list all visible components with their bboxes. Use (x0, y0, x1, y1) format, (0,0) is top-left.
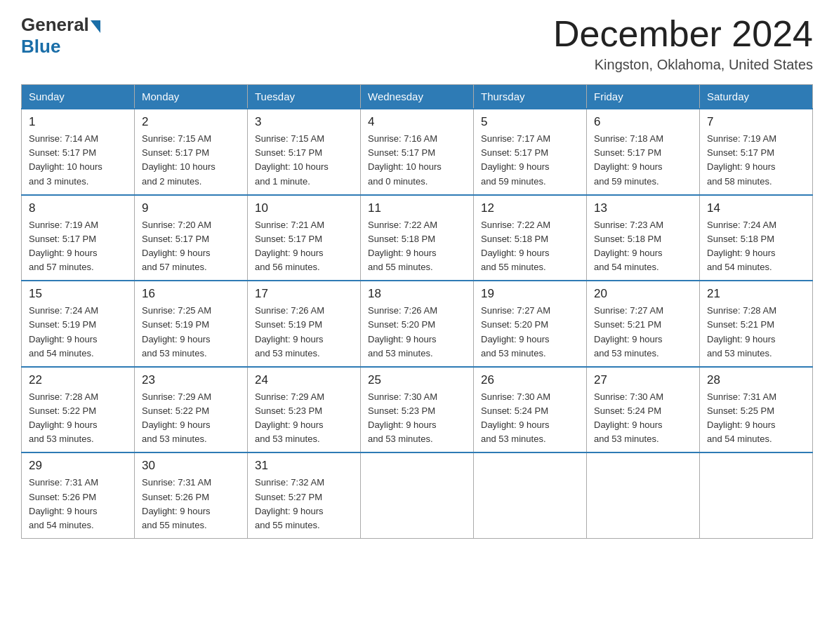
day-info: Sunrise: 7:30 AM Sunset: 5:24 PM Dayligh… (594, 390, 692, 447)
day-info: Sunrise: 7:22 AM Sunset: 5:18 PM Dayligh… (481, 218, 579, 275)
column-header-sunday: Sunday (22, 85, 135, 109)
logo-general-text: General (21, 14, 89, 36)
logo-blue-text: Blue (21, 36, 60, 58)
day-info: Sunrise: 7:30 AM Sunset: 5:24 PM Dayligh… (481, 390, 579, 447)
logo-arrow-icon (91, 20, 100, 33)
calendar-cell: 2Sunrise: 7:15 AM Sunset: 5:17 PM Daylig… (135, 109, 248, 195)
day-number: 10 (255, 201, 353, 215)
day-info: Sunrise: 7:30 AM Sunset: 5:23 PM Dayligh… (368, 390, 466, 447)
day-info: Sunrise: 7:15 AM Sunset: 5:17 PM Dayligh… (255, 132, 353, 189)
calendar-cell (700, 452, 813, 538)
day-number: 23 (142, 373, 240, 387)
day-number: 8 (29, 201, 127, 215)
day-info: Sunrise: 7:17 AM Sunset: 5:17 PM Dayligh… (481, 132, 579, 189)
calendar-cell: 26Sunrise: 7:30 AM Sunset: 5:24 PM Dayli… (474, 367, 587, 453)
column-header-friday: Friday (587, 85, 700, 109)
week-row-2: 8Sunrise: 7:19 AM Sunset: 5:17 PM Daylig… (22, 195, 813, 281)
day-info: Sunrise: 7:31 AM Sunset: 5:25 PM Dayligh… (707, 390, 805, 447)
day-number: 5 (481, 115, 579, 129)
calendar-cell: 29Sunrise: 7:31 AM Sunset: 5:26 PM Dayli… (22, 452, 135, 538)
column-header-monday: Monday (135, 85, 248, 109)
day-number: 1 (29, 115, 127, 129)
month-title: December 2024 (553, 14, 813, 54)
logo: General Blue (21, 14, 100, 58)
calendar-cell: 21Sunrise: 7:28 AM Sunset: 5:21 PM Dayli… (700, 281, 813, 367)
column-header-saturday: Saturday (700, 85, 813, 109)
day-info: Sunrise: 7:22 AM Sunset: 5:18 PM Dayligh… (368, 218, 466, 275)
day-info: Sunrise: 7:16 AM Sunset: 5:17 PM Dayligh… (368, 132, 466, 189)
column-header-thursday: Thursday (474, 85, 587, 109)
calendar-cell: 24Sunrise: 7:29 AM Sunset: 5:23 PM Dayli… (248, 367, 361, 453)
calendar-cell: 5Sunrise: 7:17 AM Sunset: 5:17 PM Daylig… (474, 109, 587, 195)
day-number: 28 (707, 373, 805, 387)
calendar-cell: 15Sunrise: 7:24 AM Sunset: 5:19 PM Dayli… (22, 281, 135, 367)
calendar-cell: 9Sunrise: 7:20 AM Sunset: 5:17 PM Daylig… (135, 195, 248, 281)
calendar-cell: 14Sunrise: 7:24 AM Sunset: 5:18 PM Dayli… (700, 195, 813, 281)
day-info: Sunrise: 7:31 AM Sunset: 5:26 PM Dayligh… (29, 476, 127, 532)
day-number: 29 (29, 459, 127, 473)
calendar-cell (361, 452, 474, 538)
calendar-cell: 4Sunrise: 7:16 AM Sunset: 5:17 PM Daylig… (361, 109, 474, 195)
calendar-cell: 7Sunrise: 7:19 AM Sunset: 5:17 PM Daylig… (700, 109, 813, 195)
day-number: 3 (255, 115, 353, 129)
day-info: Sunrise: 7:23 AM Sunset: 5:18 PM Dayligh… (594, 218, 692, 275)
day-info: Sunrise: 7:28 AM Sunset: 5:21 PM Dayligh… (707, 304, 805, 361)
day-number: 25 (368, 373, 466, 387)
day-info: Sunrise: 7:27 AM Sunset: 5:21 PM Dayligh… (594, 304, 692, 361)
calendar-cell: 28Sunrise: 7:31 AM Sunset: 5:25 PM Dayli… (700, 367, 813, 453)
day-number: 14 (707, 201, 805, 215)
day-number: 19 (481, 287, 579, 301)
day-info: Sunrise: 7:19 AM Sunset: 5:17 PM Dayligh… (707, 132, 805, 189)
week-row-4: 22Sunrise: 7:28 AM Sunset: 5:22 PM Dayli… (22, 367, 813, 453)
calendar-cell: 19Sunrise: 7:27 AM Sunset: 5:20 PM Dayli… (474, 281, 587, 367)
day-info: Sunrise: 7:18 AM Sunset: 5:17 PM Dayligh… (594, 132, 692, 189)
calendar-cell: 12Sunrise: 7:22 AM Sunset: 5:18 PM Dayli… (474, 195, 587, 281)
calendar-cell: 1Sunrise: 7:14 AM Sunset: 5:17 PM Daylig… (22, 109, 135, 195)
calendar-cell (587, 452, 700, 538)
day-number: 22 (29, 373, 127, 387)
calendar-cell: 31Sunrise: 7:32 AM Sunset: 5:27 PM Dayli… (248, 452, 361, 538)
calendar-cell: 23Sunrise: 7:29 AM Sunset: 5:22 PM Dayli… (135, 367, 248, 453)
day-number: 30 (142, 459, 240, 473)
calendar-cell: 30Sunrise: 7:31 AM Sunset: 5:26 PM Dayli… (135, 452, 248, 538)
calendar-cell: 6Sunrise: 7:18 AM Sunset: 5:17 PM Daylig… (587, 109, 700, 195)
day-info: Sunrise: 7:26 AM Sunset: 5:19 PM Dayligh… (255, 304, 353, 361)
calendar-cell: 20Sunrise: 7:27 AM Sunset: 5:21 PM Dayli… (587, 281, 700, 367)
calendar-cell (474, 452, 587, 538)
day-number: 24 (255, 373, 353, 387)
day-info: Sunrise: 7:32 AM Sunset: 5:27 PM Dayligh… (255, 476, 353, 532)
calendar-cell: 27Sunrise: 7:30 AM Sunset: 5:24 PM Dayli… (587, 367, 700, 453)
day-info: Sunrise: 7:21 AM Sunset: 5:17 PM Dayligh… (255, 218, 353, 275)
day-number: 18 (368, 287, 466, 301)
day-number: 31 (255, 459, 353, 473)
location-title: Kingston, Oklahoma, United States (553, 57, 813, 73)
calendar-cell: 3Sunrise: 7:15 AM Sunset: 5:17 PM Daylig… (248, 109, 361, 195)
calendar-cell: 11Sunrise: 7:22 AM Sunset: 5:18 PM Dayli… (361, 195, 474, 281)
day-number: 27 (594, 373, 692, 387)
day-info: Sunrise: 7:15 AM Sunset: 5:17 PM Dayligh… (142, 132, 240, 189)
week-row-5: 29Sunrise: 7:31 AM Sunset: 5:26 PM Dayli… (22, 452, 813, 538)
calendar-cell: 17Sunrise: 7:26 AM Sunset: 5:19 PM Dayli… (248, 281, 361, 367)
day-info: Sunrise: 7:25 AM Sunset: 5:19 PM Dayligh… (142, 304, 240, 361)
column-header-wednesday: Wednesday (361, 85, 474, 109)
day-number: 16 (142, 287, 240, 301)
day-info: Sunrise: 7:29 AM Sunset: 5:23 PM Dayligh… (255, 390, 353, 447)
day-info: Sunrise: 7:26 AM Sunset: 5:20 PM Dayligh… (368, 304, 466, 361)
calendar-table: SundayMondayTuesdayWednesdayThursdayFrid… (21, 84, 813, 539)
calendar-cell: 10Sunrise: 7:21 AM Sunset: 5:17 PM Dayli… (248, 195, 361, 281)
calendar-cell: 13Sunrise: 7:23 AM Sunset: 5:18 PM Dayli… (587, 195, 700, 281)
day-info: Sunrise: 7:20 AM Sunset: 5:17 PM Dayligh… (142, 218, 240, 275)
day-info: Sunrise: 7:28 AM Sunset: 5:22 PM Dayligh… (29, 390, 127, 447)
day-number: 2 (142, 115, 240, 129)
day-info: Sunrise: 7:24 AM Sunset: 5:19 PM Dayligh… (29, 304, 127, 361)
day-info: Sunrise: 7:31 AM Sunset: 5:26 PM Dayligh… (142, 476, 240, 532)
day-number: 4 (368, 115, 466, 129)
calendar-cell: 18Sunrise: 7:26 AM Sunset: 5:20 PM Dayli… (361, 281, 474, 367)
day-info: Sunrise: 7:24 AM Sunset: 5:18 PM Dayligh… (707, 218, 805, 275)
day-number: 26 (481, 373, 579, 387)
day-number: 15 (29, 287, 127, 301)
logo-text: General (21, 14, 100, 36)
day-number: 20 (594, 287, 692, 301)
day-number: 6 (594, 115, 692, 129)
day-info: Sunrise: 7:14 AM Sunset: 5:17 PM Dayligh… (29, 132, 127, 189)
